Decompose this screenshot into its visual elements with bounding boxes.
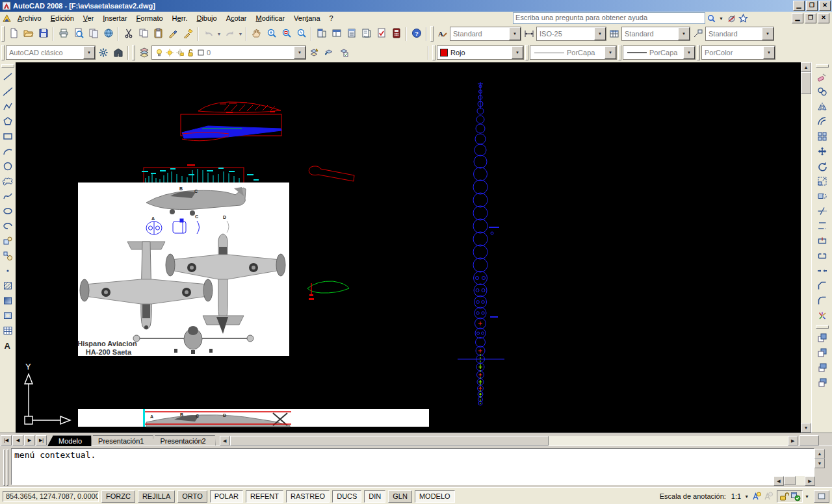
- lineweight-combo[interactable]: PorCapa▼: [623, 45, 696, 60]
- communication-center-icon[interactable]: [725, 13, 737, 23]
- annotation-scale-dropdown-icon[interactable]: ▼: [744, 494, 749, 499]
- fuselage-sections-column[interactable]: [458, 82, 504, 405]
- minimize-button[interactable]: ▁: [793, 1, 805, 11]
- canvas-vertical-scrollbar[interactable]: ▲ ▼: [801, 62, 811, 433]
- restore-button[interactable]: ❐: [806, 1, 818, 11]
- color-combo[interactable]: Rojo▼: [437, 45, 524, 60]
- circle-button[interactable]: [1, 159, 16, 174]
- mleader-style-icon[interactable]: [690, 27, 705, 42]
- menu-insertar[interactable]: Insertar: [98, 13, 131, 23]
- command-history[interactable]: menú contextual.: [11, 448, 814, 485]
- extend-button[interactable]: [815, 219, 830, 234]
- explode-button[interactable]: [815, 309, 830, 323]
- toggle-forzc[interactable]: FORZC: [101, 490, 135, 503]
- drawing-canvas[interactable]: B C A C D: [16, 62, 801, 433]
- layer-states-icon[interactable]: [336, 45, 351, 60]
- command-window-grip[interactable]: [3, 449, 8, 485]
- tab-modelo[interactable]: Modelo: [47, 435, 92, 446]
- toolbar-lock-icon[interactable]: [778, 491, 790, 502]
- toolpalettes-button[interactable]: [344, 27, 359, 42]
- line-button[interactable]: [1, 69, 16, 84]
- tab-nav-last-icon[interactable]: ▶|: [36, 435, 47, 446]
- chamfer-button[interactable]: [815, 279, 830, 294]
- toolbar-grip[interactable]: [816, 64, 829, 68]
- help-search-input[interactable]: Escriba una pregunta para obtener ayuda: [513, 12, 705, 24]
- new-button[interactable]: [6, 27, 21, 42]
- coordinate-readout[interactable]: 854.3654, 1274.7087, 0.0000: [3, 491, 99, 502]
- scrollbar-thumb[interactable]: [784, 476, 796, 485]
- undo-flyout-icon[interactable]: ▼: [216, 27, 222, 42]
- mleader-style-combo[interactable]: Standard▼: [705, 27, 774, 41]
- copy-button[interactable]: [136, 27, 151, 42]
- designcenter-button[interactable]: [329, 27, 344, 42]
- wing-planform[interactable]: [181, 111, 281, 141]
- command-vertical-scrollbar[interactable]: ▲ ▼: [814, 449, 825, 468]
- preview-button[interactable]: [71, 27, 86, 42]
- menu-edicin[interactable]: Edición: [46, 13, 79, 23]
- red-blade-outline[interactable]: [309, 166, 354, 181]
- green-airfoil-outline[interactable]: [307, 281, 349, 300]
- toggle-modelo[interactable]: MODELO: [415, 490, 455, 503]
- help-button[interactable]: ?: [409, 27, 424, 42]
- spline-button[interactable]: [1, 189, 16, 204]
- menu-archivo[interactable]: Archivo: [13, 13, 46, 23]
- scrollbar-corner-grip[interactable]: [800, 435, 819, 446]
- break-point-button[interactable]: [815, 234, 830, 249]
- pan-button[interactable]: [249, 27, 264, 42]
- toolbar-grip[interactable]: [1, 64, 14, 68]
- status-menu-dropdown-icon[interactable]: ▼: [805, 494, 809, 499]
- paste-button[interactable]: [151, 27, 166, 42]
- ellipse-button[interactable]: [1, 204, 16, 219]
- sheetset-button[interactable]: [359, 27, 374, 42]
- toggle-refent[interactable]: REFENT: [246, 490, 283, 503]
- document-close-button[interactable]: ✕: [818, 13, 829, 23]
- scroll-right-icon[interactable]: ▶: [805, 476, 815, 486]
- scroll-up-icon[interactable]: ▲: [814, 449, 825, 459]
- menu-?[interactable]: ?: [325, 13, 338, 23]
- trim-button[interactable]: [815, 204, 830, 219]
- toolbar-grip[interactable]: [430, 26, 434, 42]
- toolbar-grip[interactable]: [697, 45, 700, 60]
- document-minimize-button[interactable]: ▁: [792, 13, 803, 23]
- document-restore-button[interactable]: ❐: [805, 13, 816, 23]
- toggle-gln[interactable]: GLN: [388, 490, 412, 503]
- tab-presentación1[interactable]: Presentación1: [87, 435, 153, 446]
- hatch-button[interactable]: [1, 279, 16, 294]
- insert-block-button[interactable]: [1, 234, 16, 249]
- toolbar-grip[interactable]: [132, 45, 135, 60]
- toggle-orto[interactable]: ORTO: [177, 490, 207, 503]
- scroll-down-icon[interactable]: ▼: [814, 459, 825, 468]
- tab-nav-next-icon[interactable]: ▶: [24, 435, 35, 446]
- search-dropdown-icon[interactable]: ▼: [719, 16, 723, 21]
- workspace-settings-icon[interactable]: [96, 45, 110, 60]
- toggle-rastreo[interactable]: RASTREO: [286, 490, 330, 503]
- matchprop-button[interactable]: [166, 27, 181, 42]
- text-style-icon[interactable]: A: [435, 27, 450, 42]
- rectangle-button[interactable]: [1, 129, 16, 144]
- stretch-button[interactable]: [815, 189, 830, 204]
- command-horizontal-scrollbar[interactable]: ◀ ▶: [774, 476, 815, 486]
- gradient-button[interactable]: [1, 294, 16, 309]
- menu-dibujo[interactable]: Dibujo: [192, 13, 221, 23]
- markup-button[interactable]: [374, 27, 389, 42]
- menu-modificar[interactable]: Modificar: [251, 13, 289, 23]
- toolbar-grip[interactable]: [525, 45, 528, 60]
- cut-button[interactable]: [121, 27, 136, 42]
- toggle-polar[interactable]: POLAR: [210, 490, 243, 503]
- send-under-button[interactable]: [815, 375, 830, 390]
- tab-nav-prev-icon[interactable]: ◀: [12, 435, 23, 446]
- raster-image-three-view[interactable]: B C A C D: [77, 183, 289, 356]
- menu-acotar[interactable]: Acotar: [222, 13, 252, 23]
- make-block-button[interactable]: [1, 249, 16, 264]
- toggle-ducs[interactable]: DUCS: [332, 490, 361, 503]
- plot-button[interactable]: [56, 27, 71, 42]
- command-input-line[interactable]: [14, 473, 762, 483]
- quickcalc-button[interactable]: [389, 27, 404, 42]
- scroll-up-icon[interactable]: ▲: [801, 62, 811, 72]
- toolbar-grip[interactable]: [816, 325, 829, 329]
- table-style-combo[interactable]: Standard▼: [621, 27, 690, 41]
- dim-style-combo[interactable]: ISO-25▼: [536, 27, 606, 41]
- redo-flyout-icon[interactable]: ▼: [237, 27, 244, 42]
- airfoil-hatch-sketch[interactable]: [198, 102, 281, 112]
- menu-ver[interactable]: Ver: [79, 13, 99, 23]
